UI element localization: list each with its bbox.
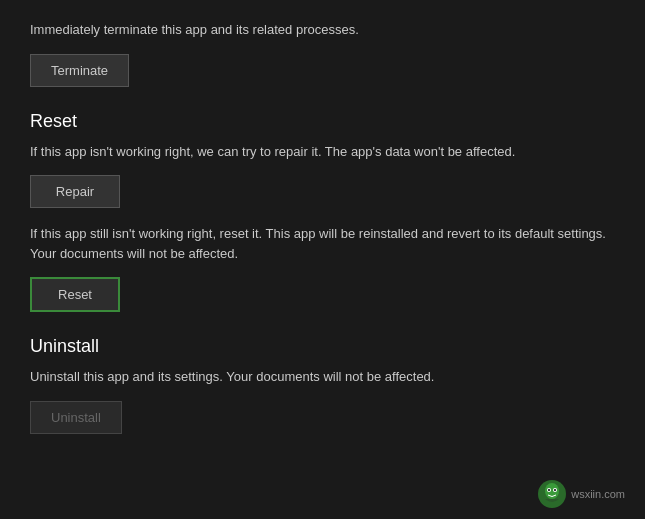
svg-point-5 — [554, 489, 556, 491]
reset-description: If this app still isn't working right, r… — [30, 224, 615, 263]
uninstall-title: Uninstall — [30, 336, 615, 357]
terminate-section: Immediately terminate this app and its r… — [30, 20, 615, 87]
repair-button[interactable]: Repair — [30, 175, 120, 208]
uninstall-section: Uninstall Uninstall this app and its set… — [30, 336, 615, 434]
watermark-text: wsxiin.com — [571, 488, 625, 500]
terminate-description: Immediately terminate this app and its r… — [30, 20, 615, 40]
svg-point-4 — [548, 489, 550, 491]
reset-title: Reset — [30, 111, 615, 132]
terminate-button[interactable]: Terminate — [30, 54, 129, 87]
main-container: Immediately terminate this app and its r… — [0, 0, 645, 519]
uninstall-button[interactable]: Uninstall — [30, 401, 122, 434]
repair-description: If this app isn't working right, we can … — [30, 142, 615, 162]
reset-button[interactable]: Reset — [30, 277, 120, 312]
watermark: wsxiin.com — [537, 479, 625, 509]
watermark-icon — [537, 479, 567, 509]
uninstall-description: Uninstall this app and its settings. You… — [30, 367, 615, 387]
reset-section: Reset If this app isn't working right, w… — [30, 111, 615, 313]
